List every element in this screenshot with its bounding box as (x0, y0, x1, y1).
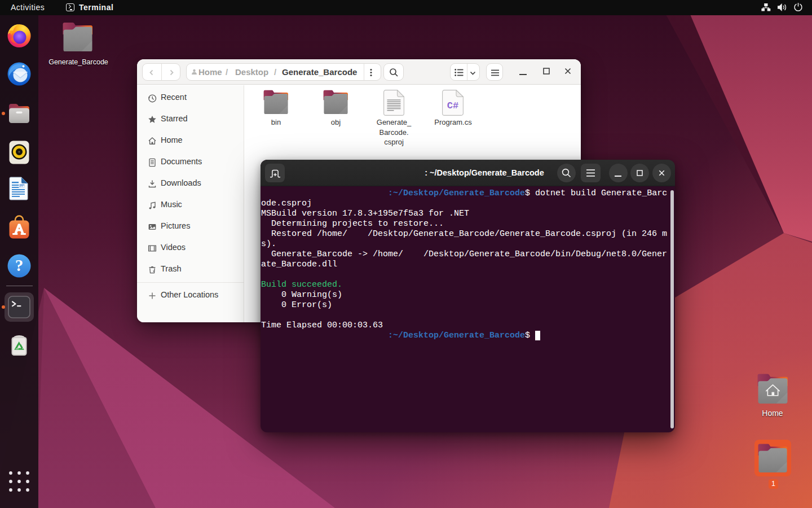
svg-text:C#: C# (447, 100, 458, 111)
svg-text:?: ? (15, 256, 24, 274)
